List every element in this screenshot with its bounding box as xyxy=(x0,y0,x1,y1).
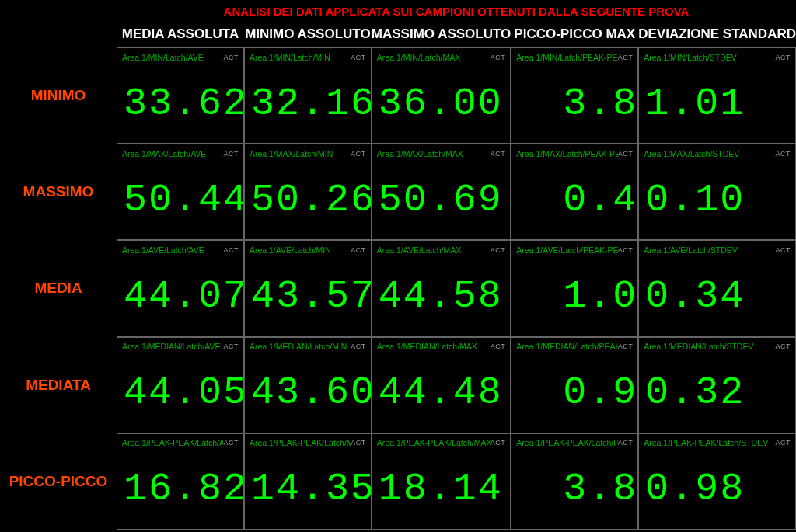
cell-act-label: ACT xyxy=(775,54,791,61)
cell-header: Area 1/MIN/Latch/MIN ACT xyxy=(245,48,371,64)
cell-header: Area 1/MIN/Latch/AVE ACT xyxy=(117,48,243,64)
cell-path-label: Area 1/MEDIAN/Latch/MAX xyxy=(377,342,477,351)
cell-value: 16.82 xyxy=(117,450,243,529)
cell-path-label: Area 1/MEDIAN/Latch/STDEV xyxy=(644,342,753,351)
cell-4-4: Area 1/PEAK-PEAK/Latch/STDEV ACT 0.98 xyxy=(638,433,796,530)
cell-act-label: ACT xyxy=(491,150,506,158)
cell-path-label: Area 1/MEDIAN/Latch/PEAK-PEAK xyxy=(516,342,617,351)
cell-act-label: ACT xyxy=(351,439,366,447)
cell-3-3: Area 1/MEDIAN/Latch/PEAK-PEAK ACT 0.9 xyxy=(511,337,638,433)
cell-path-label: Area 1/MAX/Latch/MIN xyxy=(250,149,333,158)
cell-header: Area 1/MAX/Latch/PEAK-PEAK ACT xyxy=(511,144,637,160)
cell-header: Area 1/AVE/Latch/AVE ACT xyxy=(117,241,243,256)
cell-value: 1.0 xyxy=(511,256,637,336)
cell-value: 3.8 xyxy=(511,64,637,143)
cell-value: 1.01 xyxy=(639,64,795,143)
row-label-1: MASSIMO xyxy=(0,144,117,240)
cell-path-label: Area 1/MAX/Latch/PEAK-PEAK xyxy=(516,149,617,158)
cell-header: Area 1/MEDIAN/Latch/STDEV ACT xyxy=(639,338,795,353)
col-header-3: PICCO-PICCO MAX xyxy=(511,26,638,42)
cell-path-label: Area 1/MIN/Latch/MAX xyxy=(377,53,460,62)
cell-act-label: ACT xyxy=(223,439,239,447)
cell-1-4: Area 1/MAX/Latch/STDEV ACT 0.10 xyxy=(638,144,796,240)
row-label-0: MINIMO xyxy=(0,47,117,144)
cell-header: Area 1/AVE/Latch/PEAK-PEAK ACT xyxy=(511,241,637,256)
cell-header: Area 1/MAX/Latch/AVE ACT xyxy=(117,144,243,160)
cell-value: 44.05 xyxy=(117,353,243,433)
cell-act-label: ACT xyxy=(491,54,506,61)
cell-header: Area 1/AVE/Latch/MIN ACT xyxy=(245,241,371,256)
cell-value: 43.57 xyxy=(245,256,371,336)
cell-1-3: Area 1/MAX/Latch/PEAK-PEAK ACT 0.4 xyxy=(511,144,638,240)
cell-value: 0.4 xyxy=(511,160,637,239)
cell-header: Area 1/MEDIAN/Latch/AVE ACT xyxy=(117,338,243,353)
cell-act-label: ACT xyxy=(491,246,506,254)
cell-2-0: Area 1/AVE/Latch/AVE ACT 44.07 xyxy=(117,240,244,336)
cell-path-label: Area 1/MAX/Latch/AVE xyxy=(122,149,206,158)
cell-act-label: ACT xyxy=(223,150,239,158)
cell-act-label: ACT xyxy=(491,439,506,447)
cell-act-label: ACT xyxy=(775,150,791,158)
cell-header: Area 1/PEAK-PEAK/Latch/MIN ACT xyxy=(245,434,371,450)
cell-value: 44.07 xyxy=(117,256,243,336)
cell-2-3: Area 1/AVE/Latch/PEAK-PEAK ACT 1.0 xyxy=(511,240,638,336)
cell-0-1: Area 1/MIN/Latch/MIN ACT 32.16 xyxy=(244,47,372,144)
cell-value: 44.48 xyxy=(372,353,510,433)
cell-value: 14.35 xyxy=(245,450,371,529)
cell-header: Area 1/AVE/Latch/MAX ACT xyxy=(372,241,510,256)
grid-corner xyxy=(0,21,117,47)
cell-value: 0.98 xyxy=(639,450,795,529)
cell-path-label: Area 1/AVE/Latch/MAX xyxy=(377,245,461,255)
col-header-0: MEDIA ASSOLUTA xyxy=(117,26,244,42)
cell-value: 33.62 xyxy=(117,64,243,143)
cell-act-label: ACT xyxy=(775,246,791,254)
cell-header: Area 1/MEDIAN/Latch/MIN ACT xyxy=(245,338,371,353)
cell-header: Area 1/MIN/Latch/STDEV ACT xyxy=(639,48,795,64)
cell-2-1: Area 1/AVE/Latch/MIN ACT 43.57 xyxy=(244,240,372,336)
cell-path-label: Area 1/AVE/Latch/STDEV xyxy=(644,245,738,255)
cell-header: Area 1/MIN/Latch/PEAK-PEAK ACT xyxy=(511,48,637,64)
cell-path-label: Area 1/PEAK-PEAK/Latch/PEAK-PEAK xyxy=(516,438,617,447)
col-header-4: DEVIAZIONE STANDARD xyxy=(638,26,796,42)
row-label-4: PICCO-PICCO xyxy=(0,433,117,530)
cell-value: 0.9 xyxy=(511,353,637,433)
cell-2-2: Area 1/AVE/Latch/MAX ACT 44.58 xyxy=(372,240,511,336)
cell-1-1: Area 1/MAX/Latch/MIN ACT 50.26 xyxy=(244,144,372,240)
cell-2-4: Area 1/AVE/Latch/STDEV ACT 0.34 xyxy=(638,240,796,336)
cell-act-label: ACT xyxy=(351,150,366,158)
cell-path-label: Area 1/MIN/Latch/MIN xyxy=(250,53,330,62)
row-label-3: MEDIATA xyxy=(0,337,117,433)
cell-header: Area 1/MEDIAN/Latch/PEAK-PEAK ACT xyxy=(511,338,637,353)
cell-value: 0.32 xyxy=(639,353,795,433)
cell-1-0: Area 1/MAX/Latch/AVE ACT 50.44 xyxy=(117,144,244,240)
cell-act-label: ACT xyxy=(618,246,634,254)
cell-value: 3.8 xyxy=(511,450,637,529)
cell-header: Area 1/AVE/Latch/STDEV ACT xyxy=(639,241,795,256)
cell-path-label: Area 1/MIN/Latch/AVE xyxy=(122,53,204,62)
cell-4-2: Area 1/PEAK-PEAK/Latch/MAX ACT 18.14 xyxy=(372,433,511,530)
cell-value: 18.14 xyxy=(372,450,510,529)
cell-path-label: Area 1/MEDIAN/Latch/AVE xyxy=(122,342,220,351)
cell-path-label: Area 1/AVE/Latch/PEAK-PEAK xyxy=(516,245,617,255)
cell-act-label: ACT xyxy=(223,54,239,61)
cell-path-label: Area 1/MAX/Latch/MAX xyxy=(377,149,463,158)
col-header-1: MINIMO ASSOLUTO xyxy=(244,26,372,42)
cell-act-label: ACT xyxy=(351,246,366,254)
cell-header: Area 1/PEAK-PEAK/Latch/STDEV ACT xyxy=(639,434,795,450)
cell-path-label: Area 1/AVE/Latch/MIN xyxy=(250,245,331,255)
cell-header: Area 1/PEAK-PEAK/Latch/MAX ACT xyxy=(372,434,510,450)
cell-act-label: ACT xyxy=(775,342,791,350)
cell-3-2: Area 1/MEDIAN/Latch/MAX ACT 44.48 xyxy=(372,337,511,433)
cell-header: Area 1/MAX/Latch/MAX ACT xyxy=(372,144,510,160)
cell-path-label: Area 1/AVE/Latch/AVE xyxy=(122,245,204,255)
cell-act-label: ACT xyxy=(223,246,239,254)
cell-value: 44.58 xyxy=(372,256,510,336)
cell-value: 50.69 xyxy=(372,160,510,239)
data-grid: MEDIA ASSOLUTA MINIMO ASSOLUTO MASSIMO A… xyxy=(0,21,796,530)
cell-act-label: ACT xyxy=(351,342,366,350)
cell-act-label: ACT xyxy=(618,54,634,61)
cell-path-label: Area 1/MIN/Latch/PEAK-PEAK xyxy=(516,53,617,62)
cell-1-2: Area 1/MAX/Latch/MAX ACT 50.69 xyxy=(372,144,511,240)
cell-header: Area 1/MIN/Latch/MAX ACT xyxy=(372,48,510,64)
cell-path-label: Area 1/PEAK-PEAK/Latch/STDEV xyxy=(644,438,768,447)
